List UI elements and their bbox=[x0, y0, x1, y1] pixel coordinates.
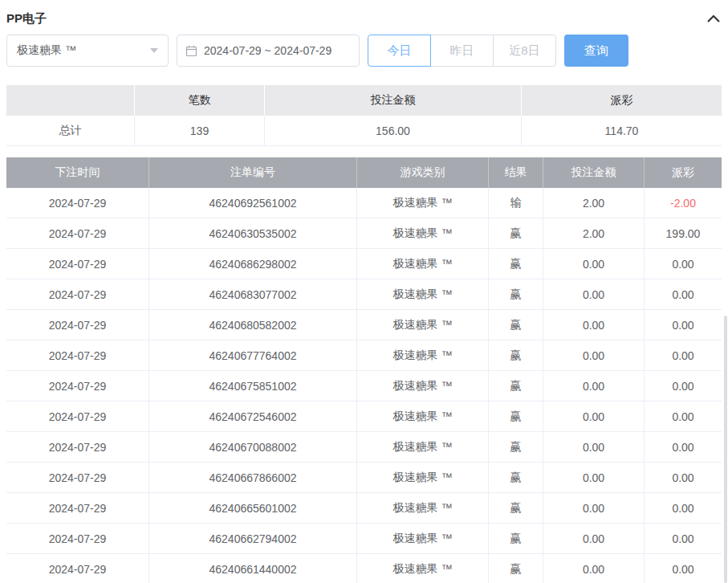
table-row: 2024-07-29 46240662794002 极速糖果 ™ 赢 0.00 … bbox=[6, 524, 722, 554]
search-button[interactable]: 查询 bbox=[564, 35, 628, 67]
header-bet-time: 下注时间 bbox=[6, 157, 149, 188]
cell-result: 赢 bbox=[489, 279, 543, 309]
cell-payout: 0.00 bbox=[645, 279, 722, 309]
caret-down-icon bbox=[150, 48, 158, 53]
cell-payout: 0.00 bbox=[645, 371, 722, 401]
cell-bet-amount: 0.00 bbox=[543, 249, 645, 279]
cell-game-category: 极速糖果 ™ bbox=[357, 493, 489, 523]
cell-result: 赢 bbox=[489, 371, 543, 401]
header-bet-amount: 投注金额 bbox=[543, 157, 645, 188]
cell-order-number: 46240662794002 bbox=[149, 524, 357, 553]
table-row: 2024-07-29 46240692561002 极速糖果 ™ 输 2.00 … bbox=[6, 188, 722, 218]
cell-order-number: 46240670088002 bbox=[149, 432, 357, 462]
summary-header-bet-amount: 投注金额 bbox=[265, 85, 522, 116]
panel-title: PP电子 bbox=[6, 11, 47, 26]
summary-header-row: 笔数 投注金额 派彩 bbox=[6, 85, 722, 116]
cell-bet-amount: 2.00 bbox=[543, 218, 645, 248]
last-8-days-button[interactable]: 近8日 bbox=[493, 35, 556, 67]
table-row: 2024-07-29 46240672546002 极速糖果 ™ 赢 0.00 … bbox=[6, 402, 722, 432]
cell-bet-time: 2024-07-29 bbox=[6, 218, 149, 248]
cell-bet-amount: 0.00 bbox=[543, 402, 645, 431]
summary-header-payout: 派彩 bbox=[522, 85, 722, 116]
bet-table: 下注时间 注单编号 游戏类别 结果 投注金额 派彩 2024-07-29 462… bbox=[6, 157, 722, 583]
summary-header-blank bbox=[6, 85, 135, 116]
scrollbar[interactable] bbox=[724, 316, 727, 583]
calendar-icon bbox=[185, 45, 197, 57]
header-result: 结果 bbox=[489, 157, 543, 188]
cell-bet-amount: 0.00 bbox=[543, 554, 645, 583]
collapse-chevron-icon[interactable] bbox=[707, 14, 722, 22]
cell-bet-amount: 2.00 bbox=[543, 188, 645, 218]
cell-bet-amount: 0.00 bbox=[543, 524, 645, 553]
cell-order-number: 46240683077002 bbox=[149, 279, 357, 309]
cell-payout: 199.00 bbox=[645, 218, 722, 248]
cell-payout: 0.00 bbox=[645, 524, 722, 553]
cell-order-number: 46240675851002 bbox=[149, 371, 357, 401]
table-row: 2024-07-29 46240686298002 极速糖果 ™ 赢 0.00 … bbox=[6, 249, 722, 279]
date-range-input[interactable]: 2024-07-29 ~ 2024-07-29 bbox=[177, 35, 360, 67]
cell-bet-amount: 0.00 bbox=[543, 493, 645, 523]
cell-bet-amount: 0.00 bbox=[543, 279, 645, 309]
summary-total-bet-amount: 156.00 bbox=[265, 116, 522, 145]
table-row: 2024-07-29 46240675851002 极速糖果 ™ 赢 0.00 … bbox=[6, 371, 722, 402]
bet-table-body: 2024-07-29 46240692561002 极速糖果 ™ 输 2.00 … bbox=[6, 188, 722, 583]
cell-payout: -2.00 bbox=[645, 188, 722, 218]
cell-bet-time: 2024-07-29 bbox=[6, 340, 149, 370]
summary-total-label: 总计 bbox=[6, 116, 135, 145]
table-row: 2024-07-29 46240667866002 极速糖果 ™ 赢 0.00 … bbox=[6, 463, 722, 493]
cell-payout: 0.00 bbox=[645, 249, 722, 279]
cell-payout: 0.00 bbox=[645, 554, 722, 583]
cell-result: 赢 bbox=[489, 493, 543, 523]
table-row: 2024-07-29 46240680582002 极速糖果 ™ 赢 0.00 … bbox=[6, 310, 722, 340]
cell-result: 输 bbox=[489, 188, 543, 218]
cell-bet-amount: 0.00 bbox=[543, 432, 645, 462]
summary-total-row: 总计 139 156.00 114.70 bbox=[6, 116, 722, 146]
cell-result: 赢 bbox=[489, 524, 543, 553]
cell-order-number: 46240677764002 bbox=[149, 340, 357, 370]
table-row: 2024-07-29 46240661440002 极速糖果 ™ 赢 0.00 … bbox=[6, 554, 722, 583]
cell-order-number: 46240667866002 bbox=[149, 463, 357, 492]
summary-header-count: 笔数 bbox=[135, 85, 265, 116]
cell-payout: 0.00 bbox=[645, 463, 722, 492]
cell-order-number: 46240686298002 bbox=[149, 249, 357, 279]
cell-order-number: 46240665601002 bbox=[149, 493, 357, 523]
today-button[interactable]: 今日 bbox=[368, 35, 431, 67]
table-row: 2024-07-29 46240630535002 极速糖果 ™ 赢 2.00 … bbox=[6, 218, 722, 249]
yesterday-button[interactable]: 昨日 bbox=[430, 35, 494, 67]
cell-bet-time: 2024-07-29 bbox=[6, 432, 149, 462]
cell-order-number: 46240692561002 bbox=[149, 188, 357, 218]
cell-result: 赢 bbox=[489, 218, 543, 248]
cell-result: 赢 bbox=[489, 402, 543, 431]
cell-game-category: 极速糖果 ™ bbox=[357, 340, 489, 370]
cell-payout: 0.00 bbox=[645, 432, 722, 462]
date-range-value: 2024-07-29 ~ 2024-07-29 bbox=[204, 44, 331, 57]
cell-bet-time: 2024-07-29 bbox=[6, 402, 149, 431]
cell-game-category: 极速糖果 ™ bbox=[357, 554, 489, 583]
cell-payout: 0.00 bbox=[645, 402, 722, 431]
cell-result: 赢 bbox=[489, 310, 543, 340]
header-payout: 派彩 bbox=[645, 157, 722, 188]
cell-game-category: 极速糖果 ™ bbox=[357, 371, 489, 401]
cell-payout: 0.00 bbox=[645, 310, 722, 340]
quick-date-button-group: 今日 昨日 近8日 bbox=[368, 35, 556, 67]
cell-bet-amount: 0.00 bbox=[543, 310, 645, 340]
cell-game-category: 极速糖果 ™ bbox=[357, 188, 489, 218]
game-select[interactable]: 极速糖果 ™ bbox=[6, 35, 169, 67]
cell-result: 赢 bbox=[489, 432, 543, 462]
cell-bet-time: 2024-07-29 bbox=[6, 188, 149, 218]
table-row: 2024-07-29 46240677764002 极速糖果 ™ 赢 0.00 … bbox=[6, 340, 722, 371]
cell-result: 赢 bbox=[489, 340, 543, 370]
cell-result: 赢 bbox=[489, 249, 543, 279]
cell-bet-time: 2024-07-29 bbox=[6, 524, 149, 553]
summary-total-count: 139 bbox=[135, 116, 265, 145]
cell-payout: 0.00 bbox=[645, 340, 722, 370]
cell-bet-time: 2024-07-29 bbox=[6, 371, 149, 401]
cell-payout: 0.00 bbox=[645, 493, 722, 523]
cell-bet-amount: 0.00 bbox=[543, 340, 645, 370]
cell-game-category: 极速糖果 ™ bbox=[357, 310, 489, 340]
table-row: 2024-07-29 46240665601002 极速糖果 ™ 赢 0.00 … bbox=[6, 493, 722, 524]
cell-bet-time: 2024-07-29 bbox=[6, 249, 149, 279]
cell-bet-amount: 0.00 bbox=[543, 463, 645, 492]
cell-game-category: 极速糖果 ™ bbox=[357, 524, 489, 553]
cell-order-number: 46240661440002 bbox=[149, 554, 357, 583]
